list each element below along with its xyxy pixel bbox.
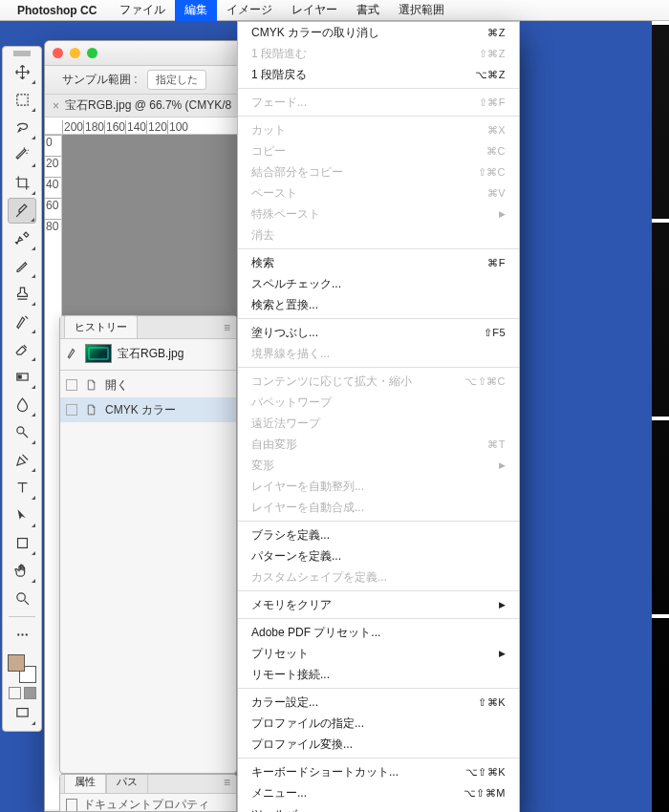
- panel-menu-icon[interactable]: ≡: [218, 774, 236, 793]
- panel-grip[interactable]: [3, 51, 41, 58]
- menu-item[interactable]: 検索⌘F: [238, 252, 519, 273]
- menu-item[interactable]: リモート接続...: [238, 664, 519, 685]
- zoom-tool-icon[interactable]: [8, 586, 36, 611]
- history-brush-tool-icon[interactable]: [8, 309, 36, 334]
- menu-item[interactable]: 検索と置換...: [238, 294, 519, 315]
- close-icon[interactable]: [53, 48, 63, 58]
- ruler-tick: 100: [167, 120, 188, 134]
- history-tab[interactable]: ヒストリー: [64, 315, 138, 338]
- history-source-checkbox[interactable]: [66, 379, 77, 391]
- history-brush-source-icon[interactable]: [66, 346, 79, 362]
- menu-item[interactable]: プロファイルの指定...: [238, 713, 519, 734]
- tab-close-icon[interactable]: ×: [53, 99, 59, 113]
- pen-tool-icon[interactable]: [8, 447, 36, 473]
- menu-item[interactable]: ツールバー...: [238, 803, 519, 812]
- healing-brush-tool-icon[interactable]: [8, 225, 36, 251]
- quick-mask-toggle[interactable]: [9, 687, 36, 699]
- screen-mode-icon[interactable]: [8, 700, 36, 726]
- menu-item-label: 1 段階戻る: [251, 67, 307, 83]
- menu-item[interactable]: プロファイル変換...: [238, 734, 519, 755]
- menu-item[interactable]: 塗りつぶし...⇧F5: [238, 322, 519, 343]
- history-source-checkbox[interactable]: [66, 404, 77, 416]
- menu-edit[interactable]: 編集: [175, 0, 217, 21]
- ruler-tick: 140: [125, 120, 146, 134]
- menu-item: カット⌘X: [238, 119, 519, 140]
- eyedropper-tool-icon[interactable]: [8, 198, 36, 224]
- minimize-icon[interactable]: [70, 48, 80, 58]
- edit-toolbar-icon[interactable]: [8, 622, 36, 648]
- menu-layer[interactable]: レイヤー: [282, 0, 347, 21]
- ruler-tick: 80: [45, 219, 61, 240]
- app-name[interactable]: Photoshop CC: [17, 4, 97, 17]
- menu-item-label: パペットワープ: [251, 395, 332, 411]
- blur-tool-icon[interactable]: [8, 392, 36, 417]
- menu-file[interactable]: ファイル: [110, 0, 175, 21]
- props-tab-attributes[interactable]: 属性: [64, 774, 106, 793]
- color-swatches[interactable]: [8, 654, 36, 683]
- menu-item-label: ツールバー...: [251, 806, 318, 813]
- menu-type[interactable]: 書式: [347, 0, 389, 21]
- shape-tool-icon[interactable]: [8, 530, 36, 556]
- menu-item-label: 消去: [251, 227, 274, 244]
- history-step-row[interactable]: 開く: [60, 373, 236, 397]
- panel-menu-icon[interactable]: ≡: [218, 317, 236, 338]
- menu-item-shortcut: ⌥⇧⌘C: [464, 375, 506, 388]
- menu-item[interactable]: ブラシを定義...: [238, 524, 519, 545]
- menu-item-shortcut: ⌘V: [487, 187, 506, 200]
- magic-wand-tool-icon[interactable]: [8, 142, 36, 168]
- marquee-tool-icon[interactable]: [8, 87, 36, 113]
- right-image-sliver: [652, 21, 669, 812]
- gradient-tool-icon[interactable]: [8, 364, 36, 390]
- stamp-tool-icon[interactable]: [8, 281, 36, 307]
- menu-item[interactable]: Adobe PDF プリセット...: [238, 622, 519, 643]
- toolbox: [2, 46, 42, 732]
- menu-item-shortcut: ⇧F5: [484, 327, 506, 339]
- move-tool-icon[interactable]: [8, 59, 36, 85]
- menu-image[interactable]: イメージ: [217, 0, 282, 21]
- menu-item-label: 検索と置換...: [251, 297, 318, 313]
- menu-item: 遠近法ワープ: [238, 413, 519, 434]
- eraser-tool-icon[interactable]: [8, 336, 36, 362]
- menu-separator: [238, 758, 519, 759]
- path-select-tool-icon[interactable]: [8, 502, 36, 528]
- zoom-icon[interactable]: [87, 48, 97, 58]
- history-step-row[interactable]: CMYK カラー: [60, 397, 236, 422]
- menu-item-label: ブラシを定義...: [251, 527, 330, 544]
- menu-item[interactable]: カラー設定...⇧⌘K: [238, 692, 519, 713]
- sample-label: サンプル範囲 :: [62, 72, 138, 88]
- sample-dropdown[interactable]: 指定した: [147, 70, 206, 90]
- menu-item[interactable]: スペルチェック...: [238, 273, 519, 294]
- menu-item[interactable]: プリセット▶: [238, 643, 519, 664]
- menu-item[interactable]: パターンを定義...: [238, 545, 519, 566]
- menu-separator: [238, 318, 519, 319]
- hand-tool-icon[interactable]: [8, 558, 36, 584]
- ruler-tick: 180: [83, 120, 104, 134]
- history-snapshot-row[interactable]: 宝石RGB.jpg: [60, 339, 236, 368]
- submenu-arrow-icon: ▶: [499, 460, 506, 470]
- menu-item-label: 境界線を描く...: [251, 346, 330, 362]
- props-tab-paths[interactable]: パス: [106, 774, 148, 793]
- menu-item: レイヤーを自動整列...: [238, 476, 519, 497]
- menu-item[interactable]: キーボードショートカット...⌥⇧⌘K: [238, 761, 519, 782]
- crop-tool-icon[interactable]: [8, 170, 36, 196]
- menu-item: 自由変形⌘T: [238, 434, 519, 455]
- brush-tool-icon[interactable]: [8, 253, 36, 279]
- menu-item-label: コピー: [251, 143, 286, 160]
- menu-separator: [238, 618, 519, 619]
- menu-item-label: レイヤーを自動整列...: [251, 479, 364, 495]
- foreground-color-swatch[interactable]: [8, 654, 25, 672]
- menu-item: コンテンツに応じて拡大・縮小⌥⇧⌘C: [238, 371, 519, 392]
- menu-item: カスタムシェイプを定義...: [238, 566, 519, 588]
- dodge-tool-icon[interactable]: [8, 419, 36, 445]
- ruler-tick: 40: [45, 177, 61, 198]
- menu-item[interactable]: CMYK カラーの取り消し⌘Z: [238, 22, 519, 43]
- snapshot-name: 宝石RGB.jpg: [118, 346, 183, 362]
- document-tab-label[interactable]: 宝石RGB.jpg @ 66.7% (CMYK/8: [65, 97, 231, 114]
- menu-item-label: カット: [251, 122, 286, 139]
- lasso-tool-icon[interactable]: [8, 115, 36, 140]
- menu-item[interactable]: メニュー...⌥⇧⌘M: [238, 782, 519, 803]
- menu-item[interactable]: メモリをクリア▶: [238, 594, 519, 615]
- menu-select[interactable]: 選択範囲: [389, 0, 454, 21]
- menu-item[interactable]: 1 段階戻る⌥⌘Z: [238, 64, 519, 85]
- type-tool-icon[interactable]: [8, 475, 36, 501]
